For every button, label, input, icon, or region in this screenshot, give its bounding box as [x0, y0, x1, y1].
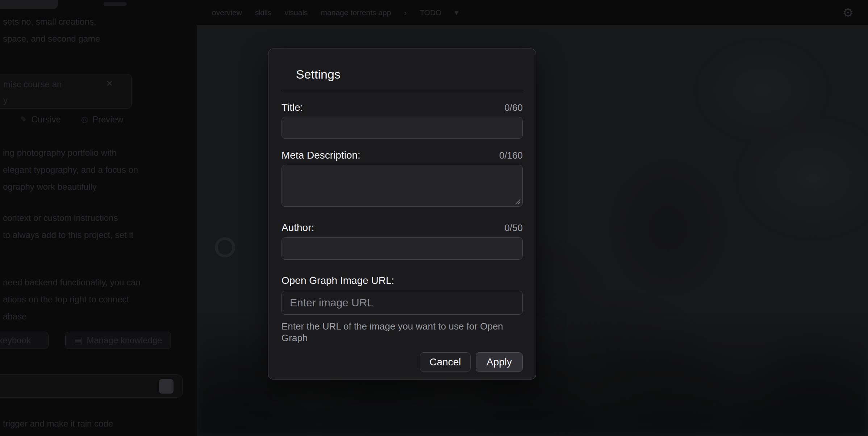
author-input[interactable] [281, 237, 523, 260]
title-counter: 0/60 [504, 102, 523, 113]
og-image-url-label: Open Graph Image URL: [281, 275, 394, 286]
meta-description-counter: 0/160 [499, 150, 523, 161]
dialog-title: Settings [296, 67, 523, 82]
app-window: sets no, small creations, space, and sec… [0, 0, 868, 436]
cancel-button[interactable]: Cancel [420, 352, 471, 372]
og-image-url-input[interactable] [281, 291, 523, 315]
og-image-url-helper: Enter the URL of the image you want to u… [281, 320, 523, 344]
apply-button[interactable]: Apply [476, 352, 523, 372]
dialog-divider [281, 90, 523, 90]
dialog-actions: Cancel Apply [281, 352, 523, 372]
title-input[interactable] [281, 117, 523, 139]
settings-dialog: Settings Title: 0/60 Meta Description: 0… [268, 49, 536, 380]
meta-description-label: Meta Description: [281, 150, 360, 161]
author-label: Author: [281, 222, 314, 234]
meta-description-textarea[interactable] [281, 165, 523, 207]
title-label: Title: [281, 102, 303, 113]
author-counter: 0/50 [504, 222, 523, 234]
